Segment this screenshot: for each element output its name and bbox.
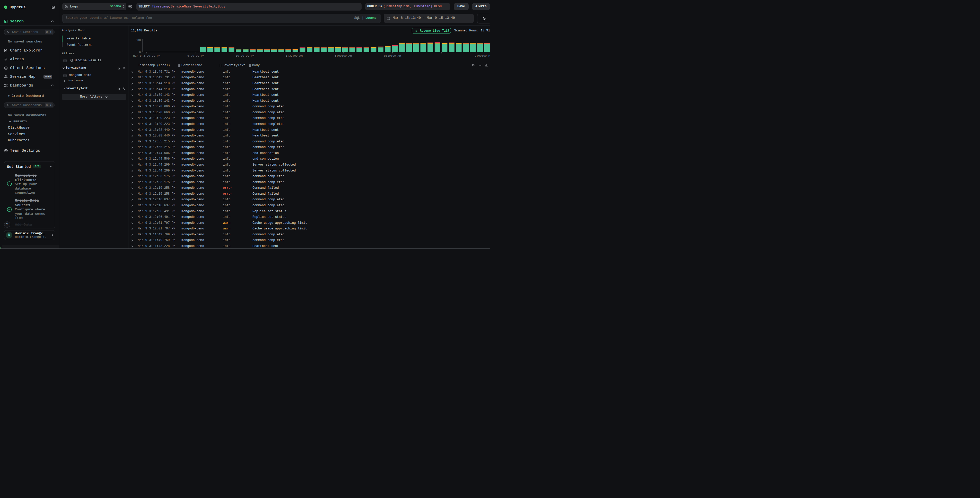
- svg-text:1:30:00 AM: 1:30:00 AM: [286, 54, 303, 57]
- svg-text:600: 600: [135, 38, 141, 42]
- svg-text:0: 0: [139, 51, 141, 54]
- svg-text:10:00:00 PM: 10:00:00 PM: [236, 54, 255, 57]
- svg-text:3:00:00 PM: 3:00:00 PM: [475, 54, 490, 57]
- svg-text:8:30:00 AM: 8:30:00 AM: [384, 54, 401, 57]
- svg-text:5:00:00 AM: 5:00:00 AM: [335, 54, 352, 57]
- svg-text:6:30:00 PM: 6:30:00 PM: [187, 54, 204, 57]
- svg-text:Mar 8 3:00:00 PM: Mar 8 3:00:00 PM: [133, 54, 160, 57]
